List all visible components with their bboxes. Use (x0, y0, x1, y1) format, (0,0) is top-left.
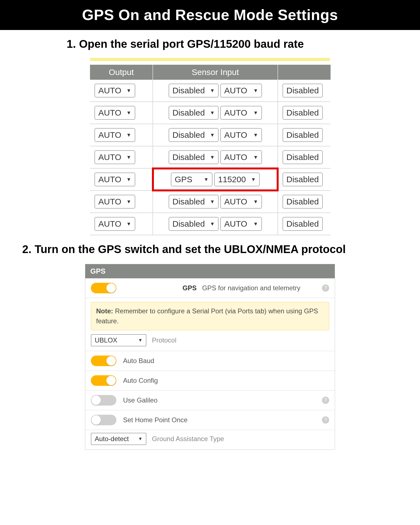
auto-config-toggle[interactable] (91, 375, 116, 386)
extra-select[interactable]: Disabled (282, 84, 323, 98)
output-select[interactable]: AUTO▼ (94, 106, 135, 120)
output-select[interactable]: AUTO▼ (94, 84, 135, 98)
protocol-select[interactable]: UBLOX ▼ (91, 334, 146, 346)
gps-note: Note: Remember to configure a Serial Por… (91, 302, 329, 330)
sensor-type-select[interactable]: Disabled▼ (169, 217, 219, 231)
sensor-baud-select[interactable]: AUTO▼ (220, 106, 262, 120)
auto-config-label: Auto Config (123, 377, 158, 384)
table-row: AUTO▼Disabled▼AUTO▼Disabled (90, 191, 331, 213)
output-select[interactable]: AUTO▼ (94, 172, 135, 186)
chevron-down-icon: ▼ (210, 199, 215, 205)
chevron-down-icon: ▼ (126, 221, 131, 227)
extra-select[interactable]: Disabled (282, 217, 323, 231)
chevron-down-icon: ▼ (204, 177, 209, 182)
chevron-down-icon: ▼ (210, 154, 215, 160)
chevron-down-icon: ▼ (210, 132, 215, 138)
sensor-baud-select[interactable]: 115200▼ (214, 172, 260, 186)
col-header-output: Output (90, 65, 153, 80)
chevron-down-icon: ▼ (126, 110, 131, 116)
extra-select[interactable]: Disabled (282, 150, 323, 164)
ground-assist-row: Auto-detect ▼ Ground Assistance Type (85, 430, 335, 449)
ports-table: Output Sensor Input AUTO▼Disabled▼AUTO▼D… (90, 65, 331, 235)
chevron-down-icon: ▼ (253, 132, 258, 138)
auto-baud-toggle[interactable] (91, 356, 116, 366)
gps-panel: GPS GPS GPS for navigation and telemetry… (85, 264, 335, 450)
output-select[interactable]: AUTO▼ (94, 128, 135, 142)
sensor-type-select[interactable]: GPS▼ (171, 172, 212, 186)
sensor-baud-select[interactable]: AUTO▼ (220, 128, 262, 142)
table-row: AUTO▼Disabled▼AUTO▼Disabled (90, 124, 331, 146)
step1-heading: 1. Open the serial port GPS/115200 baud … (67, 38, 420, 50)
extra-select[interactable]: Disabled (282, 195, 323, 209)
use-galileo-row: Use Galileo ? (85, 391, 335, 410)
output-select[interactable]: AUTO▼ (94, 195, 135, 209)
chevron-down-icon: ▼ (126, 154, 131, 160)
sensor-type-select[interactable]: Disabled▼ (169, 106, 219, 120)
table-row: AUTO▼Disabled▼AUTO▼Disabled (90, 146, 331, 168)
output-select[interactable]: AUTO▼ (94, 217, 135, 231)
gps-panel-container: GPS GPS GPS for navigation and telemetry… (85, 264, 335, 450)
gps-master-row: GPS GPS for navigation and telemetry ? (85, 278, 335, 298)
sensor-type-select[interactable]: Disabled▼ (169, 150, 219, 164)
protocol-row: UBLOX ▼ Protocol (85, 334, 335, 351)
chevron-down-icon: ▼ (138, 338, 142, 343)
chevron-down-icon: ▼ (126, 132, 131, 138)
output-select[interactable]: AUTO▼ (94, 150, 135, 164)
chevron-down-icon: ▼ (126, 88, 131, 94)
help-icon[interactable]: ? (322, 416, 329, 424)
step2-heading: 2. Turn on the GPS switch and set the UB… (22, 243, 420, 256)
chevron-down-icon: ▼ (253, 88, 258, 94)
chevron-down-icon: ▼ (210, 110, 215, 116)
auto-config-row: Auto Config (85, 371, 335, 391)
col-header-extra (278, 65, 331, 80)
table-row: AUTO▼Disabled▼AUTO▼Disabled (90, 102, 331, 124)
auto-baud-row: Auto Baud (85, 351, 335, 371)
chevron-down-icon: ▼ (253, 110, 258, 116)
chevron-down-icon: ▼ (138, 436, 142, 441)
use-galileo-toggle[interactable] (91, 395, 116, 406)
set-home-toggle[interactable] (91, 415, 116, 425)
set-home-label: Set Home Point Once (123, 416, 188, 424)
auto-baud-label: Auto Baud (123, 357, 154, 365)
ground-assist-label: Ground Assistance Type (152, 435, 224, 443)
sensor-type-select[interactable]: Disabled▼ (169, 84, 219, 98)
chevron-down-icon: ▼ (210, 88, 215, 94)
chevron-down-icon: ▼ (126, 199, 131, 205)
col-header-sensor: Sensor Input (153, 65, 278, 80)
gps-master-toggle[interactable] (91, 283, 116, 293)
sensor-baud-select[interactable]: AUTO▼ (220, 217, 262, 231)
chevron-down-icon: ▼ (253, 221, 258, 227)
chevron-down-icon: ▼ (253, 199, 258, 205)
gps-master-label: GPS GPS for navigation and telemetry (182, 284, 300, 292)
extra-select[interactable]: Disabled (282, 172, 323, 186)
sensor-baud-select[interactable]: AUTO▼ (220, 195, 262, 209)
extra-select[interactable]: Disabled (282, 106, 323, 120)
table-row: AUTO▼Disabled▼AUTO▼Disabled (90, 213, 331, 235)
sensor-type-select[interactable]: Disabled▼ (169, 195, 219, 209)
ports-table-container: Output Sensor Input AUTO▼Disabled▼AUTO▼D… (90, 58, 330, 235)
extra-select[interactable]: Disabled (282, 128, 323, 142)
sensor-baud-select[interactable]: AUTO▼ (220, 150, 262, 164)
yellow-divider (90, 58, 330, 61)
ground-assist-select[interactable]: Auto-detect ▼ (91, 433, 146, 445)
chevron-down-icon: ▼ (251, 177, 256, 182)
sensor-type-select[interactable]: Disabled▼ (169, 128, 219, 142)
use-galileo-label: Use Galileo (123, 396, 158, 404)
protocol-label: Protocol (152, 336, 176, 344)
table-row: AUTO▼Disabled▼AUTO▼Disabled (90, 80, 331, 102)
chevron-down-icon: ▼ (126, 177, 131, 182)
help-icon[interactable]: ? (322, 397, 329, 404)
set-home-row: Set Home Point Once ? (85, 410, 335, 430)
table-row: AUTO▼GPS▼115200▼Disabled (90, 168, 331, 191)
page-title: GPS On and Rescue Mode Settings (0, 0, 420, 30)
chevron-down-icon: ▼ (210, 221, 215, 227)
sensor-baud-select[interactable]: AUTO▼ (220, 84, 262, 98)
chevron-down-icon: ▼ (253, 154, 258, 160)
gps-panel-header: GPS (85, 264, 335, 278)
help-icon[interactable]: ? (322, 284, 329, 292)
